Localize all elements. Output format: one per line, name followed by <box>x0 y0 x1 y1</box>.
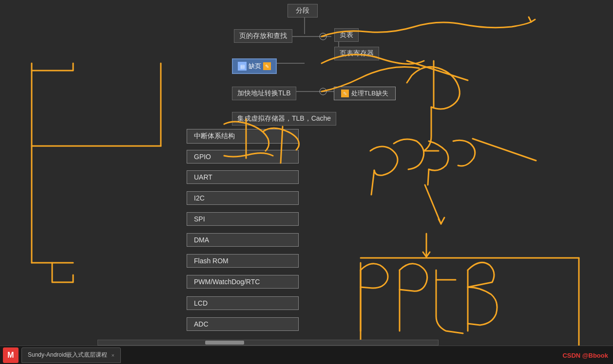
node-page-table[interactable]: 页表 <box>334 28 359 42</box>
app-icon[interactable]: M <box>3 347 19 363</box>
svg-text:−: − <box>322 33 325 40</box>
sidebar-item-uart[interactable]: UART <box>187 170 299 184</box>
node-tlb[interactable]: 加快地址转换TLB <box>232 87 296 100</box>
sidebar-item-gpio[interactable]: GPIO <box>187 150 299 164</box>
connector-lines: − − <box>0 0 613 346</box>
main-content: − − 分段 页的存放和查找 页表 页表寄存器 ▤ 缺页 ✎ 加快地址转换TLB… <box>0 0 613 346</box>
csdn-logo: CSDN @Bbook <box>562 352 608 359</box>
node-page-table-reg[interactable]: 页表寄存器 <box>334 47 379 60</box>
taskbar: M Sundy-Android嵌入式底层课程 × <box>0 346 613 364</box>
tab-close-button[interactable]: × <box>111 352 114 358</box>
sidebar-item-flash-rom[interactable]: Flash ROM <box>187 254 299 268</box>
que-ye-label: 缺页 <box>249 62 261 71</box>
node-cache[interactable]: 集成虚拟存储器，TLB，Cache <box>232 112 336 126</box>
node-handle-tlb[interactable]: ✎ 处理TLB缺失 <box>334 87 396 100</box>
sidebar-item-lcd[interactable]: LCD <box>187 296 299 310</box>
page-icon: ▤ <box>238 62 247 71</box>
handle-tlb-label: 处理TLB缺失 <box>351 89 388 98</box>
annotation-layer: .orange-stroke { stroke: #f5a623; stroke… <box>0 0 613 346</box>
pen-icon2: ✎ <box>341 90 349 97</box>
sidebar-item-i2c[interactable]: I2C <box>187 191 299 205</box>
node-que-ye[interactable]: ▤ 缺页 ✎ <box>232 58 277 74</box>
pen-icon: ✎ <box>263 62 271 70</box>
sidebar-item-dma[interactable]: DMA <box>187 233 299 247</box>
sidebar-item-spi[interactable]: SPI <box>187 212 299 226</box>
horizontal-scrollbar[interactable] <box>97 340 439 346</box>
scrollbar-thumb[interactable] <box>205 341 244 345</box>
sidebar-item-adc[interactable]: ADC <box>187 317 299 331</box>
sidebar-item-interrupt[interactable]: 中断体系结构 <box>187 129 299 144</box>
node-fenduan[interactable]: 分段 <box>287 4 318 18</box>
svg-point-8 <box>320 33 326 40</box>
taskbar-tab[interactable]: Sundy-Android嵌入式底层课程 × <box>21 347 121 363</box>
svg-text:−: − <box>322 88 325 95</box>
tab-label: Sundy-Android嵌入式底层课程 <box>28 351 107 359</box>
node-page-storage[interactable]: 页的存放和查找 <box>234 29 292 43</box>
svg-point-10 <box>320 88 326 95</box>
sidebar-item-pwm[interactable]: PWM/WatchDog/RTC <box>187 275 299 289</box>
